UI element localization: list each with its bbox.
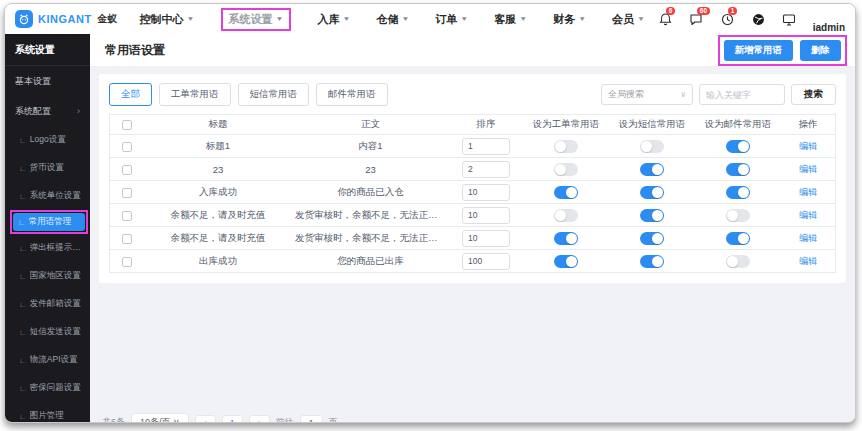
email-toggle[interactable] xyxy=(726,209,750,222)
globe-icon[interactable] xyxy=(751,11,766,28)
edit-link[interactable]: 编辑 xyxy=(799,141,817,151)
page-number[interactable]: 1 xyxy=(222,415,243,424)
row-checkbox[interactable] xyxy=(122,257,132,267)
nav-warehouse[interactable]: 仓储▼ xyxy=(376,12,409,27)
sidebar-item-sms-settings[interactable]: ∟短信发送设置 xyxy=(5,318,90,346)
email-toggle[interactable] xyxy=(726,186,750,199)
sidebar-item-basic-settings[interactable]: 基本设置 xyxy=(5,66,90,96)
row-checkbox[interactable] xyxy=(122,165,132,175)
sidebar-item-logo-settings[interactable]: ∟Logo设置 xyxy=(5,126,90,154)
main-nav: 控制中心▼ 系统设置▼ 入库▼ 仓储▼ 订单▼ 客服▼ 财务▼ 会员▼ xyxy=(140,10,658,29)
table-row: 余额不足，请及时充值 发货审核时，余额不足，无法正常发货，请及时充值，联系管理员… xyxy=(110,227,835,250)
row-title: 标题1 xyxy=(144,140,292,153)
row-checkbox[interactable] xyxy=(122,142,132,152)
sidebar-item-unit-settings[interactable]: ∟系统单位设置 xyxy=(5,182,90,210)
sort-input[interactable] xyxy=(462,184,510,201)
nav-members[interactable]: 会员▼ xyxy=(612,12,645,27)
bell-icon[interactable]: 6 xyxy=(658,11,673,28)
ticket-toggle[interactable] xyxy=(554,140,578,153)
table-row: 标题1 内容1 编辑 xyxy=(110,135,835,158)
edit-link[interactable]: 编辑 xyxy=(799,164,817,174)
row-checkbox[interactable] xyxy=(122,188,132,198)
ticket-toggle[interactable] xyxy=(554,255,578,268)
filter-bar: 全部 工单常用语 短信常用语 邮件常用语 全局搜索 ∨ 搜索 xyxy=(99,74,846,114)
nav-inbound[interactable]: 入库▼ xyxy=(317,12,350,27)
prev-page-button[interactable]: ‹ xyxy=(195,415,216,424)
sidebar-item-popup-tips[interactable]: ∟弹出框提示语管理 xyxy=(5,234,90,262)
chat-icon[interactable]: 60 xyxy=(689,11,704,28)
row-checkbox[interactable] xyxy=(122,234,132,244)
tab-email-phrases[interactable]: 邮件常用语 xyxy=(316,83,388,106)
sidebar-item-image-management[interactable]: ∟图片管理 xyxy=(5,402,90,423)
ticket-toggle[interactable] xyxy=(554,209,578,222)
add-phrase-button[interactable]: 新增常用语 xyxy=(724,40,794,61)
sidebar-item-sender-email[interactable]: ∟发件邮箱设置 xyxy=(5,290,90,318)
ticket-toggle[interactable] xyxy=(554,163,578,176)
edit-link[interactable]: 编辑 xyxy=(799,233,817,243)
chevron-down-icon: ▼ xyxy=(187,15,195,22)
sort-input[interactable] xyxy=(462,207,510,224)
brand-name-cn: 金蚁 xyxy=(98,12,118,26)
sms-toggle[interactable] xyxy=(640,209,664,222)
monitor-icon[interactable] xyxy=(782,11,797,28)
sort-input[interactable] xyxy=(462,253,510,270)
nav-finance[interactable]: 财务▼ xyxy=(553,12,586,27)
goto-input[interactable]: 1 xyxy=(300,415,323,424)
pagination: 共6条 10条/页 ∨ ‹ 1 › 前往 1 页 xyxy=(102,413,338,423)
edit-link[interactable]: 编辑 xyxy=(799,256,817,266)
sms-toggle[interactable] xyxy=(640,255,664,268)
sidebar-item-security-question[interactable]: ∟密保问题设置 xyxy=(5,374,90,402)
table-row: 23 23 编辑 xyxy=(110,158,835,181)
search-button[interactable]: 搜索 xyxy=(791,84,836,105)
next-page-button[interactable]: › xyxy=(249,415,270,424)
nav-control-center[interactable]: 控制中心▼ xyxy=(140,12,195,27)
sms-toggle[interactable] xyxy=(640,232,664,245)
sms-toggle[interactable] xyxy=(640,140,664,153)
sidebar: 系统设置 基本设置 系统配置› ∟Logo设置 ∟货币设置 ∟系统单位设置 ∟常… xyxy=(5,34,90,422)
nav-orders[interactable]: 订单▼ xyxy=(435,12,468,27)
ticket-toggle[interactable] xyxy=(554,232,578,245)
goto-label: 前往 xyxy=(276,416,294,423)
row-content: 你的商品已入仓 xyxy=(292,186,449,199)
select-all-checkbox[interactable] xyxy=(122,120,132,130)
sort-input[interactable] xyxy=(462,138,510,155)
page-unit-label: 页 xyxy=(329,416,338,423)
sidebar-item-currency-settings[interactable]: ∟货币设置 xyxy=(5,154,90,182)
current-user[interactable]: iadmin xyxy=(813,22,845,34)
search-scope-select[interactable]: 全局搜索 ∨ xyxy=(601,84,693,105)
sidebar-item-logistics-api[interactable]: ∟物流API设置 xyxy=(5,346,90,374)
col-title: 标题 xyxy=(144,118,292,131)
sms-toggle[interactable] xyxy=(640,163,664,176)
app-window: KINGANT 金蚁 控制中心▼ 系统设置▼ 入库▼ 仓储▼ 订单▼ 客服▼ 财… xyxy=(4,3,856,423)
col-email: 设为邮件常用语 xyxy=(695,118,781,131)
tab-all[interactable]: 全部 xyxy=(109,83,152,106)
sidebar-title: 系统设置 xyxy=(5,34,90,66)
delete-button[interactable]: 删除 xyxy=(800,40,841,61)
row-content: 发货审核时，余额不足，无法正常发货，请及时充值，联系管理员再次发货 xyxy=(292,209,449,222)
nav-system-settings[interactable]: 系统设置▼ xyxy=(221,8,292,31)
sidebar-item-system-config[interactable]: 系统配置› xyxy=(5,96,90,126)
row-checkbox[interactable] xyxy=(122,211,132,221)
tab-ticket-phrases[interactable]: 工单常用语 xyxy=(159,83,231,106)
sidebar-item-country-region[interactable]: ∟国家地区设置 xyxy=(5,262,90,290)
edit-link[interactable]: 编辑 xyxy=(799,187,817,197)
per-page-select[interactable]: 10条/页 ∨ xyxy=(131,413,189,423)
sort-input[interactable] xyxy=(462,230,510,247)
email-toggle[interactable] xyxy=(726,140,750,153)
email-toggle[interactable] xyxy=(726,232,750,245)
sms-toggle[interactable] xyxy=(640,186,664,199)
search-input[interactable] xyxy=(699,84,785,105)
nav-customer-service[interactable]: 客服▼ xyxy=(494,12,527,27)
brand-logo[interactable]: KINGANT 金蚁 xyxy=(15,10,118,28)
email-toggle[interactable] xyxy=(726,163,750,176)
sidebar-item-common-phrases[interactable]: ∟常用语管理 xyxy=(13,213,85,231)
clock-icon[interactable]: 1 xyxy=(720,11,735,28)
tab-sms-phrases[interactable]: 短信常用语 xyxy=(238,83,310,106)
elbow-icon: ∟ xyxy=(19,272,27,281)
ticket-toggle[interactable] xyxy=(554,186,578,199)
sort-input[interactable] xyxy=(462,161,510,178)
chevron-down-icon: ▼ xyxy=(637,15,645,22)
edit-link[interactable]: 编辑 xyxy=(799,210,817,220)
page-title: 常用语设置 xyxy=(105,42,165,59)
email-toggle[interactable] xyxy=(726,255,750,268)
